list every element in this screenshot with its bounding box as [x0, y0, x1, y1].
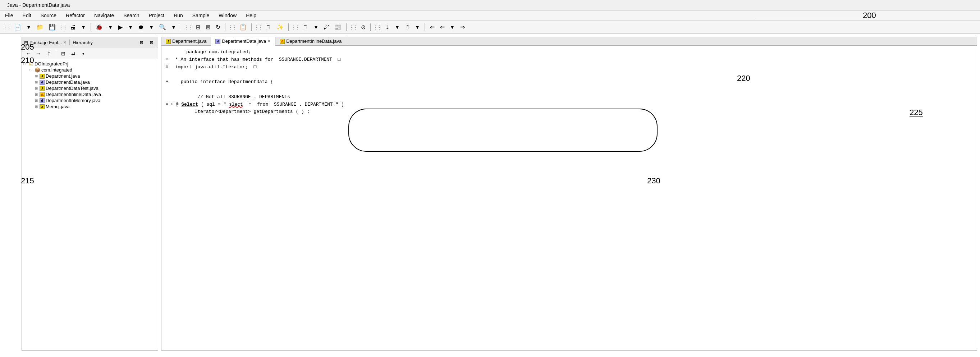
back2-btn[interactable]: ⇐ [438, 23, 447, 32]
debug-button[interactable]: 🐞 [94, 23, 105, 32]
line5-text: // Get all SSURANGE . DEPARTMENTs [175, 94, 972, 101]
departmentdatatest-java-label: DepartmentDataTest.java [46, 86, 99, 91]
menu-item-file[interactable]: File [3, 12, 15, 19]
tab1-label: Department.java [172, 38, 206, 44]
hierarchy-tab-label[interactable]: Hierarchy [73, 40, 93, 45]
dropdown-btn-1[interactable]: ▾ [24, 23, 33, 32]
magic-btn[interactable]: ✨ [275, 23, 285, 32]
notes-btn[interactable]: 📰 [332, 23, 343, 32]
highlight-btn[interactable]: 🖊 [322, 23, 331, 32]
tree-item-departmentdata[interactable]: ⊞ d DepartmentData.java [23, 79, 156, 85]
new-button[interactable]: 📄 [12, 23, 23, 32]
dropdown-btn-5[interactable]: ▾ [147, 23, 156, 32]
sync-btn[interactable]: ↻ [213, 23, 222, 32]
departmentdatatest-expand-icon: ⊞ [35, 86, 38, 90]
toolbar-sep-7 [370, 23, 371, 31]
memql-java-label: Memql.java [46, 104, 69, 109]
menu-item-edit[interactable]: Edit [21, 12, 33, 19]
nav-forward-btn[interactable]: → [34, 49, 43, 58]
up-btn[interactable]: ⇑ [403, 23, 412, 32]
code-line-blank [166, 71, 972, 78]
select-annotation: Select [181, 102, 198, 107]
menu-item-window[interactable]: Window [217, 12, 238, 19]
run-button[interactable]: ▶ [116, 23, 125, 32]
menu-item-help[interactable]: Help [245, 12, 258, 19]
com-integrated-label: com.integrated [41, 67, 72, 73]
circle-btn[interactable]: ⊘ [359, 23, 368, 32]
save-button[interactable]: 💾 [47, 23, 57, 32]
tab-department-java[interactable]: J Department.java [161, 37, 211, 45]
departmentinmemory-java-label: DepartmentInMemory.java [46, 98, 100, 103]
dropdown-btn-4[interactable]: ▾ [126, 23, 135, 32]
line1-text: package com.integrated; [175, 49, 972, 56]
dropdown-btn-2[interactable]: ▾ [79, 23, 88, 32]
root-label: DOIntegratedPrj [35, 61, 68, 67]
menu-item-refactor[interactable]: Refactor [64, 12, 86, 19]
code-editor[interactable]: package com.integrated; ⊕ * An interface… [161, 46, 977, 350]
tree-item-department[interactable]: ⊞ J Department.java [23, 73, 156, 79]
package-explorer-tree: □− 🗂 DOIntegratedPrj □− 📦 com.integrated… [22, 59, 158, 350]
line5-prefix [166, 94, 173, 100]
copy-btn[interactable]: 🗋 [264, 23, 273, 32]
forward-btn[interactable]: ⇒ [458, 23, 467, 32]
tab2-close-icon[interactable]: ✕ [267, 39, 271, 43]
dropdown-btn-7[interactable]: ▾ [312, 23, 320, 32]
code-line-2: ⊕ * An interface that has methods for SS… [166, 56, 972, 64]
code-line-3: ⊕ import java.util.Iterator; □ [166, 64, 972, 71]
down-btn[interactable]: ⇓ [383, 23, 391, 32]
perspective-btn[interactable]: ⊞ [193, 23, 202, 32]
perspective-btn2[interactable]: ⊠ [204, 23, 212, 32]
nav-sep [56, 49, 56, 57]
departmentinlinedata-java-label: DepartmentInlineData.java [46, 92, 101, 97]
menu-item-sample[interactable]: Sample [191, 12, 211, 19]
dropdown-btn-8[interactable]: ▾ [393, 23, 402, 32]
dropdown-btn-9[interactable]: ▾ [413, 23, 422, 32]
menu-item-search[interactable]: Search [122, 12, 140, 19]
tab-departmentdata-java[interactable]: d DepartmentData.java ✕ [211, 37, 275, 46]
doc-button[interactable]: 📋 [238, 23, 248, 32]
new3-btn[interactable]: 🗋 [301, 23, 310, 32]
toolbar-sep-6 [346, 23, 347, 31]
ref-230: 230 [647, 176, 660, 185]
code-line-5: // Get all SSURANGE . DEPARTMENTs [166, 94, 972, 101]
minimize-panel-btn[interactable]: ⊟ [137, 38, 146, 47]
menu-item-run[interactable]: Run [172, 12, 185, 19]
back-btn[interactable]: ⇐ [428, 23, 436, 32]
line1-prefix [166, 49, 173, 55]
dropdown-btn-3[interactable]: ▾ [106, 23, 115, 32]
print-button[interactable]: 🖨 [68, 23, 78, 32]
tree-item-departmentinmemory[interactable]: ⊞ d DepartmentInMemory.java [23, 97, 156, 104]
d-icon-departmentinmemory: d [40, 98, 45, 103]
dropdown-nav-btn[interactable]: ▾ [79, 49, 88, 58]
toolbar-dots-5: ⋮⋮ [255, 25, 262, 30]
line2-prefix: ⊕ [166, 56, 173, 63]
menu-item-source[interactable]: Source [39, 12, 58, 19]
d-icon-tab2: d [215, 39, 220, 44]
memql-expand-icon: ⊞ [35, 105, 38, 108]
maximize-panel-btn[interactable]: ⊡ [147, 38, 156, 47]
link-btn[interactable]: ⇄ [69, 49, 78, 58]
search2-button[interactable]: 🔍 [157, 23, 168, 32]
tree-com-integrated[interactable]: □− 📦 com.integrated [23, 67, 156, 73]
line2-text: * An interface that has methods for SSUR… [175, 56, 972, 64]
left-panel-tab-bar: ⊞ Package Expl... ✕ Hierarchy ⊟ ⊡ [22, 37, 158, 48]
toolbar-sep-2 [181, 23, 181, 31]
code-line-1: package com.integrated; [166, 49, 972, 56]
tab-departmentinlinedata-java[interactable]: ⚠ DepartmentInlineData.java [275, 37, 346, 45]
run2-button[interactable]: ⏺ [136, 23, 146, 32]
nav-up-btn[interactable]: ⤴ [44, 49, 53, 58]
dropdown-btn-10[interactable]: ▾ [448, 23, 457, 32]
menu-item-project[interactable]: Project [147, 12, 166, 19]
tree-root-item[interactable]: □− 🗂 DOIntegratedPrj [23, 61, 156, 67]
left-panel-nav-bar: ← → ⤴ ⊟ ⇄ ▾ [22, 48, 158, 59]
j-icon-departmentdatatest: J [40, 86, 45, 91]
collapse-btn[interactable]: ⊟ [59, 49, 68, 58]
menu-item-navigate[interactable]: Navigate [93, 12, 115, 19]
package-explorer-tab-label[interactable]: Package Expl... [29, 40, 62, 45]
package-explorer-close[interactable]: ✕ [63, 40, 67, 45]
tree-item-departmentdatatest[interactable]: ⊞ J DepartmentDataTest.java [23, 85, 156, 91]
tree-item-departmentinlinedata[interactable]: ⊞ ⚠ DepartmentInlineData.java [23, 91, 156, 97]
open-button[interactable]: 📁 [35, 23, 45, 32]
tree-item-memql[interactable]: ⊞ J Memql.java [23, 104, 156, 110]
dropdown-btn-6[interactable]: ▾ [169, 23, 178, 32]
